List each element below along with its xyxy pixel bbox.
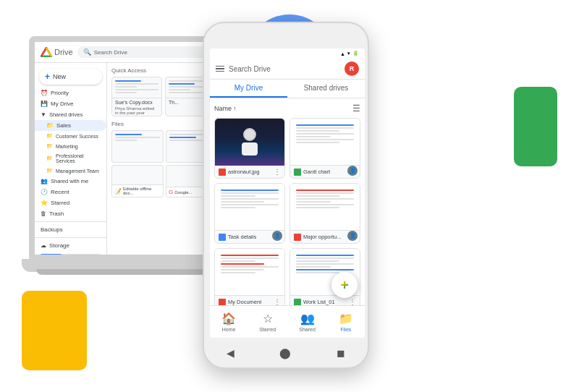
sidebar-item-storage: ☁ Storage	[35, 240, 106, 251]
doc-line	[296, 124, 354, 126]
file-type-icon-docs	[219, 234, 226, 241]
shared-drives-icon: ▼	[41, 111, 46, 118]
search-icon: 🔍	[83, 48, 91, 56]
phone-screen: ▲ ▾ 🔋 Search Drive R My Drive	[210, 48, 365, 338]
nav-files-label: Files	[341, 327, 352, 332]
file-line	[115, 140, 138, 141]
shared-nav-icon: 👥	[300, 312, 315, 325]
back-button[interactable]: ◀	[227, 347, 234, 359]
signal-icon: ▲	[340, 51, 345, 56]
doc-line	[296, 127, 354, 129]
laptop-sidebar: + New ⏰ Priority 💾 My Drive ▼ Shared dri…	[35, 63, 107, 255]
doc-line	[296, 142, 339, 143]
doc-line	[221, 201, 264, 203]
file-line	[115, 80, 141, 82]
quick-file-1-person: Priya Sharma edited in the past year	[112, 106, 161, 115]
more-options-astronaut[interactable]: ⋮	[274, 168, 281, 176]
sidebar-item-recent[interactable]: 🕐 Recent	[35, 187, 106, 197]
phone-status-bar: ▲ ▾ 🔋	[210, 48, 365, 59]
nav-files[interactable]: 📁 Files	[339, 312, 353, 332]
grid-view-toggle[interactable]: ☰	[352, 103, 360, 114]
file-type-icon-jpg	[219, 169, 226, 176]
file-line	[115, 86, 137, 88]
svg-line-3	[41, 48, 46, 56]
file-name-mydoc: My Document	[228, 299, 261, 305]
sidebar-item-priority[interactable]: ⏰ Priority	[35, 88, 106, 98]
phone-search-bar[interactable]: Search Drive	[229, 65, 340, 73]
file-line	[115, 134, 142, 135]
doc-line	[296, 189, 354, 191]
sidebar-item-starred[interactable]: ⭐ Starred	[35, 197, 106, 208]
mydoc-thumbnail	[215, 249, 284, 296]
priority-icon: ⏰	[41, 90, 48, 96]
shared-indicator-task: 👤	[272, 231, 282, 241]
storage-bar-fill	[41, 254, 62, 255]
folder-icon-marketing: 📁	[46, 143, 53, 149]
nav-shared[interactable]: 👥 Shared	[299, 312, 316, 332]
tab-my-drive[interactable]: My Drive	[210, 80, 287, 98]
sidebar-item-backups[interactable]: Backups	[35, 224, 106, 235]
hamburger-menu[interactable]	[216, 66, 224, 72]
doc-line	[296, 192, 354, 194]
phone-file-mydoc[interactable]: My Document ⋮	[214, 248, 285, 309]
sidebar-item-mydrive[interactable]: 💾 My Drive	[35, 98, 106, 109]
file-line	[115, 89, 159, 90]
sidebar-item-shared-drives[interactable]: ▼ Shared drives	[35, 109, 106, 120]
doc-line	[296, 207, 339, 208]
folder-icon-sales: 📁	[46, 122, 54, 129]
nav-home-label: Home	[222, 327, 236, 332]
sidebar-item-management[interactable]: 📁 Management Team	[35, 166, 106, 176]
doc-line	[221, 269, 264, 270]
quick-file-1[interactable]: Sue's Copy.docx Priya Sharma edited in t…	[111, 77, 162, 116]
doc-line	[296, 133, 354, 135]
home-hardware-button[interactable]: ⬤	[279, 347, 291, 359]
laptop-search-text: Search Drive	[94, 49, 127, 56]
recents-button[interactable]: ◼	[337, 347, 345, 359]
phone-file-astronaut[interactable]: astronaut.jpg ⋮	[214, 118, 285, 179]
starred-icon: ⭐	[41, 200, 48, 206]
file-type-icon-pdf	[294, 234, 301, 241]
task-thumbnail: 👤	[215, 184, 284, 231]
sidebar-item-marketing[interactable]: 📁 Marketing	[35, 141, 106, 151]
nav-starred[interactable]: ☆ Starred	[259, 312, 276, 332]
storage-bar	[41, 254, 101, 255]
files-nav-icon: 📁	[339, 312, 353, 325]
laptop-file-1[interactable]	[111, 130, 164, 163]
phone-file-gantt[interactable]: 👤 Gantt chart ⋮	[290, 118, 360, 179]
mydrive-icon: 💾	[41, 101, 48, 107]
doc-line	[221, 195, 255, 197]
doc-line	[296, 136, 331, 137]
quick-file-1-preview	[112, 77, 161, 98]
doc-line	[221, 266, 279, 268]
sidebar-item-sales[interactable]: 📁 Sales	[35, 120, 106, 131]
laptop-file-editable[interactable]: 📝 Editable offline doc...	[111, 165, 164, 197]
file-line	[169, 89, 190, 90]
sidebar-item-trash[interactable]: 🗑 Trash	[35, 208, 106, 219]
phone-file-task[interactable]: 👤 Task details ⋮	[214, 183, 285, 244]
file-line	[115, 137, 160, 138]
astronaut-thumbnail	[215, 119, 284, 166]
phone-file-major[interactable]: 👤 Major opportu... ⋮	[290, 183, 360, 244]
astro-helmet	[243, 128, 256, 141]
sort-label[interactable]: Name ↑	[214, 105, 237, 112]
file-line	[115, 92, 137, 93]
sidebar-item-customer[interactable]: 📁 Customer Success	[35, 131, 106, 141]
nav-home[interactable]: 🏠 Home	[221, 312, 236, 332]
folder-icon-management: 📁	[46, 168, 53, 174]
new-button[interactable]: + New	[39, 69, 102, 85]
file-name-gantt: Gantt chart	[303, 169, 330, 175]
starred-nav-icon: ☆	[263, 312, 273, 325]
fab-button[interactable]: +	[331, 272, 358, 298]
doc-line	[221, 263, 264, 265]
file-name-astronaut: astronaut.jpg	[228, 169, 259, 175]
phone-body: ▲ ▾ 🔋 Search Drive R My Drive	[203, 22, 369, 369]
phone-bottom-nav: 🏠 Home ☆ Starred 👥 Shared 📁 Files	[210, 305, 365, 338]
astro-body	[242, 142, 258, 155]
sidebar-item-professional[interactable]: 📁 Professional Services	[35, 151, 106, 166]
nav-starred-label: Starred	[259, 327, 276, 332]
user-avatar[interactable]: R	[345, 61, 359, 76]
doc-line	[221, 257, 279, 259]
doc-line	[221, 198, 279, 200]
tab-shared-drives[interactable]: Shared drives	[287, 80, 365, 98]
sidebar-item-shared-with-me[interactable]: 👥 Shared with me	[35, 176, 106, 187]
